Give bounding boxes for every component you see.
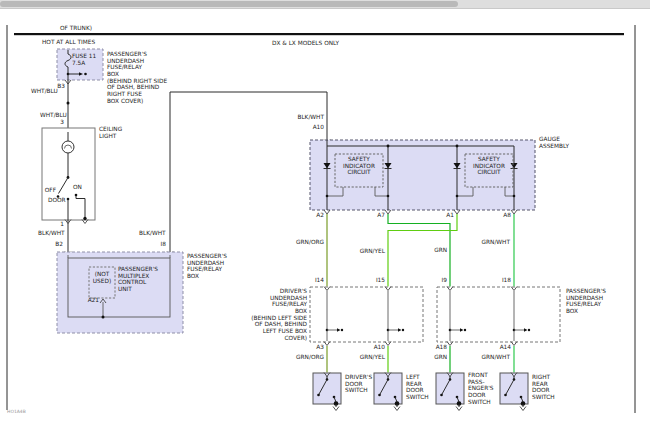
- terminal-a2-icon: [324, 210, 330, 214]
- safety-circuit-label: SAFETY INDICATOR CIRCUIT: [335, 156, 383, 176]
- terminal-i8-label: I8: [152, 241, 166, 248]
- terminal-a8-label: A8: [495, 212, 511, 219]
- mpx-unit-label: PASSENGER'S MULTIPLEX CONTROL UNIT: [118, 266, 158, 293]
- ground-icon: [333, 407, 339, 411]
- gauge-assembly-label: GAUGE ASSEMBLY: [539, 136, 569, 149]
- driver-underdash-box: [310, 287, 423, 346]
- wire-grn-label: GRN: [412, 247, 447, 254]
- models-note: DX & LX MODELS ONLY: [272, 40, 339, 47]
- passenger-box-label: PASSENGER'S UNDERDASH FUSE/RELAY BOX: [566, 288, 606, 315]
- terminal-a3-icon: [324, 342, 330, 346]
- terminal-a10b-label: A10: [368, 344, 385, 351]
- passenger-underdash-box: [437, 287, 560, 346]
- wire-grn-wht-label: GRN/WHT: [475, 239, 510, 246]
- right-rear-door-switch: [500, 373, 528, 411]
- terminal-a21-label: A21: [82, 297, 99, 304]
- not-used-label: (NOT USED): [89, 271, 115, 284]
- terminal-a2-label: A2: [308, 212, 324, 219]
- wiring-diagram-page: OF TRUNK) DX & LX MODELS ONLY HOT AT ALL…: [0, 0, 650, 433]
- terminal-i15-label: I15: [368, 277, 385, 284]
- terminal-a10-label: A10: [302, 124, 324, 131]
- wire-blkwht-label: BLK/WHT: [38, 230, 65, 237]
- hot-at-all-times-label: HOT AT ALL TIMES: [42, 39, 95, 46]
- ceiling-light-label: CEILING LIGHT: [99, 126, 122, 139]
- contact-on: [75, 194, 78, 197]
- diagram-code-watermark: HO1A4B: [7, 409, 26, 414]
- left-rear-door-switch: [374, 373, 402, 411]
- safety-circuit-label: SAFETY INDICATOR CIRCUIT: [465, 156, 513, 176]
- terminal-a14-label: A14: [494, 344, 511, 351]
- right-rear-door-switch-label: RIGHT REAR DOOR SWITCH: [532, 374, 555, 401]
- terminal-a8-icon: [511, 210, 517, 214]
- fuse-box-label: PASSENGER'S UNDERDASH FUSE/RELAY BOX (BE…: [107, 51, 167, 104]
- driver-box-label: DRIVER'S UNDERDASH FUSE/RELAY BOX (BEHIN…: [238, 288, 307, 341]
- bulb-icon: [62, 141, 74, 153]
- terminal-b2-label: B2: [50, 241, 63, 248]
- wire-whtblu-label: WHT/BLU: [31, 88, 58, 95]
- switch-door-label: DOOR: [48, 197, 66, 204]
- terminal-i9-label: I9: [430, 277, 447, 284]
- pin-1-label: 1: [56, 221, 64, 228]
- driver-door-switch: [313, 373, 341, 411]
- ground-icon: [520, 407, 526, 411]
- wire-grn-org-label: GRN/ORG: [289, 239, 324, 246]
- wire-grn-wht-label: GRN/WHT: [475, 354, 510, 361]
- terminal-i18-label: I18: [494, 277, 511, 284]
- wire-blkwht-label: BLK/WHT: [289, 114, 324, 121]
- wire-grn-label: GRN: [412, 354, 447, 361]
- power-wire: [65, 80, 71, 133]
- diagram-canvas: [0, 0, 650, 433]
- fuse-name-label: FUSE 11 7.5A: [72, 53, 96, 66]
- terminal-a1-label: A1: [438, 212, 454, 219]
- wire-blkwht-label: BLK/WHT: [139, 230, 166, 237]
- gauge-assembly-box: [310, 140, 535, 214]
- wire-grn-yel-label: GRN/YEL: [350, 354, 385, 361]
- switch-on-label: ON: [73, 184, 82, 191]
- mpx-box-label: PASSENGER'S UNDERDASH FUSE/RELAY BOX: [187, 253, 227, 280]
- terminal-a1-icon: [454, 210, 460, 214]
- wire-whtblu-label: WHT/BLU: [40, 112, 67, 119]
- terminal-a3-label: A3: [307, 344, 324, 351]
- wire-grn-org-label: GRN/ORG: [289, 354, 324, 361]
- driver-door-switch-label: DRIVER'S DOOR SWITCH: [345, 374, 372, 394]
- terminal-a7-label: A7: [369, 212, 385, 219]
- terminal-a7-icon: [385, 210, 391, 214]
- ground-icon: [394, 407, 400, 411]
- terminal-a18-label: A18: [430, 344, 447, 351]
- switch-off-label: OFF: [44, 187, 56, 194]
- wire-grn-yel-label: GRN/YEL: [350, 248, 385, 255]
- terminal-i14-label: I14: [307, 277, 324, 284]
- pin-3-label: 3: [48, 119, 64, 126]
- ground-icon: [456, 407, 462, 411]
- trunk-partial-note: OF TRUNK): [60, 25, 92, 32]
- front-passenger-door-switch-label: FRONT PASS- ENGER'S DOOR SWITCH: [468, 372, 493, 405]
- terminal-a14-icon: [511, 342, 517, 346]
- front-passenger-door-switch: [436, 373, 464, 411]
- left-rear-door-switch-label: LEFT REAR DOOR SWITCH: [406, 374, 429, 401]
- contact-door: [67, 198, 70, 201]
